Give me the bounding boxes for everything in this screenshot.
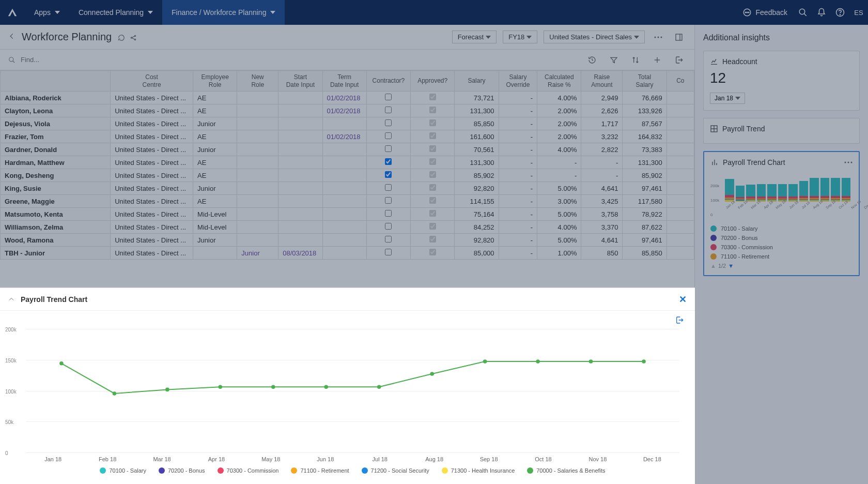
col-header[interactable]: EmployeeRole (193, 71, 237, 92)
checkbox[interactable] (385, 210, 392, 217)
filter-button[interactable] (607, 53, 621, 67)
apps-menu[interactable]: Apps (25, 0, 69, 25)
checkbox[interactable] (429, 94, 436, 100)
checkbox[interactable] (429, 158, 436, 165)
card-more-icon[interactable] (844, 161, 853, 163)
checkbox[interactable] (429, 145, 436, 152)
checkbox[interactable] (385, 145, 392, 152)
headcount-card[interactable]: Headcount 12 Jan 18 (703, 51, 860, 111)
table-row[interactable]: Hardman, Matthew United States - Direct … (1, 156, 694, 169)
export-icon (675, 316, 684, 324)
table-row[interactable]: Gardner, Donald United States - Direct .… (1, 143, 694, 156)
checkbox[interactable] (385, 94, 392, 100)
chart-panel: Payroll Trend Chart ✕ 050k100k150k200k J… (0, 288, 695, 484)
col-header[interactable]: TotalSalary (623, 71, 667, 92)
checkbox[interactable] (385, 119, 392, 126)
col-header[interactable]: NewRole (237, 71, 278, 92)
add-button[interactable] (650, 53, 664, 67)
notifications-button[interactable] (812, 0, 831, 25)
sort-button[interactable] (628, 53, 643, 67)
month-selector[interactable]: Jan 18 (710, 93, 745, 104)
export-button[interactable] (672, 53, 686, 67)
feedback-button[interactable]: Feedback (736, 8, 794, 17)
col-header[interactable]: TermDate Input (322, 71, 366, 92)
table-row[interactable]: Clayton, Leona United States - Direct ..… (1, 104, 694, 117)
fy-selector[interactable]: FY18 (503, 31, 537, 43)
legend-item: 71300 - Health Insurance (442, 467, 515, 474)
x-tick: Mar 18 (142, 456, 182, 462)
export-icon (675, 56, 683, 64)
x-tick: Feb 18 (87, 456, 127, 462)
payroll-chart-card[interactable]: Payroll Trend Chart 200k 100k 0 Jan 18Fe… (703, 151, 860, 276)
more-options-button[interactable] (651, 30, 665, 44)
checkbox[interactable] (429, 171, 436, 178)
checkbox[interactable] (429, 210, 436, 217)
legend-pager[interactable]: ▲1/2▼ (710, 263, 853, 269)
col-header[interactable]: RaiseAmount (581, 71, 623, 92)
col-header[interactable]: Contractor? (366, 71, 410, 92)
table-row[interactable]: Frazier, Tom United States - Direct ... … (1, 130, 694, 143)
close-button[interactable]: ✕ (679, 294, 687, 305)
svg-point-10 (135, 39, 136, 40)
table-row[interactable]: Wood, Ramona United States - Direct ... … (1, 234, 694, 247)
panel-toggle-button[interactable] (672, 30, 686, 44)
checkbox[interactable] (429, 184, 436, 191)
table-row[interactable]: Albiana, Roderick United States - Direct… (1, 92, 694, 104)
col-header[interactable]: StartDate Input (278, 71, 322, 92)
checkbox[interactable] (385, 223, 392, 230)
col-header[interactable]: Approved? (411, 71, 455, 92)
chart-export-button[interactable] (672, 313, 687, 327)
chevron-up-icon[interactable] (8, 296, 14, 303)
col-header[interactable]: CostCentre (111, 71, 193, 92)
checkbox[interactable] (385, 249, 392, 255)
help-button[interactable] (831, 0, 849, 25)
table-row[interactable]: TBH - Junior United States - Direct ... … (1, 247, 694, 260)
refresh-icon[interactable] (118, 34, 125, 41)
checkbox[interactable] (429, 119, 436, 126)
checkbox[interactable] (385, 171, 392, 178)
table-row[interactable]: Williamson, Zelma United States - Direct… (1, 221, 694, 234)
find-input[interactable] (21, 56, 580, 64)
checkbox[interactable] (429, 197, 436, 204)
app-logo[interactable] (0, 0, 25, 25)
search-icon (798, 8, 808, 17)
col-header[interactable]: Salary (455, 71, 499, 92)
table-row[interactable]: Greene, Maggie United States - Direct ..… (1, 195, 694, 208)
checkbox[interactable] (385, 132, 392, 139)
tab-label: Finance / Workforce Planning (172, 8, 266, 17)
forecast-selector[interactable]: Forecast (452, 31, 497, 43)
tab-finance-workforce[interactable]: Finance / Workforce Planning (162, 0, 285, 25)
back-button[interactable] (8, 33, 16, 42)
checkbox[interactable] (429, 107, 436, 113)
col-header[interactable]: SalaryOverride (499, 71, 537, 92)
table-row[interactable]: King, Susie United States - Direct ... J… (1, 182, 694, 195)
tab-connected-planning[interactable]: Connected Planning (69, 0, 162, 25)
svg-line-11 (132, 36, 135, 37)
table-row[interactable]: Dejesus, Viola United States - Direct ..… (1, 117, 694, 130)
help-icon (835, 8, 845, 17)
table-row[interactable]: Matsumoto, Kenta United States - Direct … (1, 208, 694, 221)
search-button[interactable] (794, 0, 812, 25)
svg-point-7 (840, 14, 840, 15)
col-header[interactable]: CalculatedRaise % (537, 71, 581, 92)
checkbox[interactable] (385, 236, 392, 243)
payroll-trend-card[interactable]: Payroll Trend (703, 118, 860, 144)
checkbox[interactable] (385, 158, 392, 165)
checkbox[interactable] (429, 223, 436, 230)
checkbox[interactable] (385, 184, 392, 191)
x-tick: Jul 18 (360, 456, 400, 462)
table-row[interactable]: Kong, Desheng United States - Direct ...… (1, 169, 694, 182)
col-header[interactable]: Co (667, 71, 694, 92)
x-tick: Oct 18 (523, 456, 563, 462)
checkbox[interactable] (385, 197, 392, 204)
user-avatar[interactable]: ES (849, 0, 868, 25)
region-selector[interactable]: United States - Direct Sales (544, 31, 645, 43)
checkbox[interactable] (429, 236, 436, 243)
share-icon[interactable] (130, 34, 137, 41)
checkbox[interactable] (429, 132, 436, 139)
x-tick: Dec 18 (632, 456, 672, 462)
history-button[interactable] (585, 53, 599, 67)
checkbox[interactable] (429, 249, 436, 255)
chart-plot: 050k100k150k200k (26, 329, 679, 453)
checkbox[interactable] (385, 107, 392, 113)
